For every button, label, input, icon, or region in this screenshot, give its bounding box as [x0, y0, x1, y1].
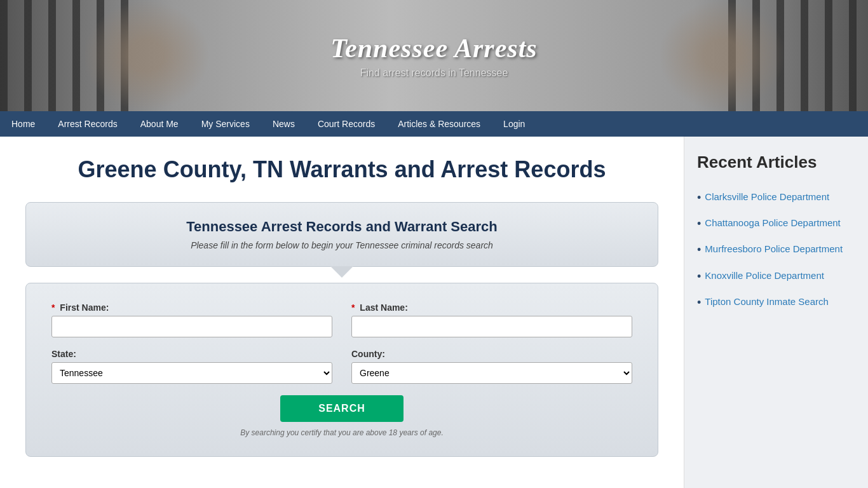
nav-about-me[interactable]: About Me	[129, 111, 190, 137]
last-name-input[interactable]	[351, 316, 632, 337]
main-content: Greene County, TN Warrants and Arrest Re…	[0, 137, 684, 488]
first-name-required: *	[51, 302, 55, 313]
bullet-icon: •	[697, 269, 701, 285]
nav-home[interactable]: Home	[0, 111, 46, 137]
county-select[interactable]: Greene	[351, 362, 632, 384]
list-item: • Chattanooga Police Department	[697, 211, 855, 237]
sidebar-articles-list: • Clarksville Police Department • Chatta…	[697, 185, 855, 316]
form-row-names: * First Name: * Last Name:	[51, 302, 632, 337]
nav-court-records[interactable]: Court Records	[306, 111, 386, 137]
state-select[interactable]: Tennessee	[51, 362, 332, 384]
bullet-icon: •	[697, 242, 701, 258]
search-box-header: Tennessee Arrest Records and Warrant Sea…	[25, 202, 658, 267]
nav-articles-resources[interactable]: Articles & Resources	[386, 111, 492, 137]
hands-right-decoration	[658, 0, 785, 111]
form-row-location: State: Tennessee County: Greene	[51, 349, 632, 384]
search-box-subtitle: Please fill in the form below to begin y…	[45, 240, 639, 250]
nav-my-services[interactable]: My Services	[190, 111, 261, 137]
list-item: • Clarksville Police Department	[697, 185, 855, 211]
site-title: Tennessee Arrests	[330, 33, 537, 64]
last-name-label: * Last Name:	[351, 302, 632, 313]
nav-login[interactable]: Login	[492, 111, 536, 137]
list-item: • Murfreesboro Police Department	[697, 237, 855, 263]
header-text-block: Tennessee Arrests Find arrest records in…	[330, 33, 537, 79]
nav-arrest-records[interactable]: Arrest Records	[46, 111, 128, 137]
sidebar-link-murfreesboro[interactable]: Murfreesboro Police Department	[705, 242, 843, 255]
first-name-label: * First Name:	[51, 302, 332, 313]
form-note: By searching you certify that you are ab…	[51, 428, 632, 437]
sidebar: Recent Articles • Clarksville Police Dep…	[684, 137, 868, 488]
main-nav: Home Arrest Records About Me My Services…	[0, 111, 868, 137]
site-header: Tennessee Arrests Find arrest records in…	[0, 0, 868, 111]
bullet-icon: •	[697, 190, 701, 206]
search-box-title: Tennessee Arrest Records and Warrant Sea…	[45, 219, 639, 235]
bullet-icon: •	[697, 295, 701, 311]
sidebar-link-knoxville[interactable]: Knoxville Police Department	[705, 269, 824, 282]
site-subtitle: Find arrest records in Tennessee	[330, 67, 537, 79]
county-label: County:	[351, 349, 632, 359]
first-name-input[interactable]	[51, 316, 332, 337]
search-form-section: * First Name: * Last Name: State:	[25, 283, 658, 457]
first-name-group: * First Name:	[51, 302, 332, 337]
sidebar-link-tipton[interactable]: Tipton County Inmate Search	[705, 295, 829, 308]
sidebar-link-clarksville[interactable]: Clarksville Police Department	[705, 190, 829, 203]
last-name-required: *	[351, 302, 355, 313]
search-btn-row: SEARCH	[51, 395, 632, 422]
sidebar-title: Recent Articles	[697, 152, 855, 172]
sidebar-link-chattanooga[interactable]: Chattanooga Police Department	[705, 216, 840, 229]
list-item: • Knoxville Police Department	[697, 264, 855, 290]
county-group: County: Greene	[351, 349, 632, 384]
state-label: State:	[51, 349, 332, 359]
list-item: • Tipton County Inmate Search	[697, 290, 855, 316]
state-group: State: Tennessee	[51, 349, 332, 384]
bullet-icon: •	[697, 216, 701, 232]
page-title: Greene County, TN Warrants and Arrest Re…	[25, 156, 658, 183]
nav-news[interactable]: News	[261, 111, 306, 137]
hands-left-decoration	[83, 0, 210, 111]
search-button[interactable]: SEARCH	[280, 395, 403, 422]
last-name-group: * Last Name:	[351, 302, 632, 337]
content-wrapper: Greene County, TN Warrants and Arrest Re…	[0, 137, 868, 488]
